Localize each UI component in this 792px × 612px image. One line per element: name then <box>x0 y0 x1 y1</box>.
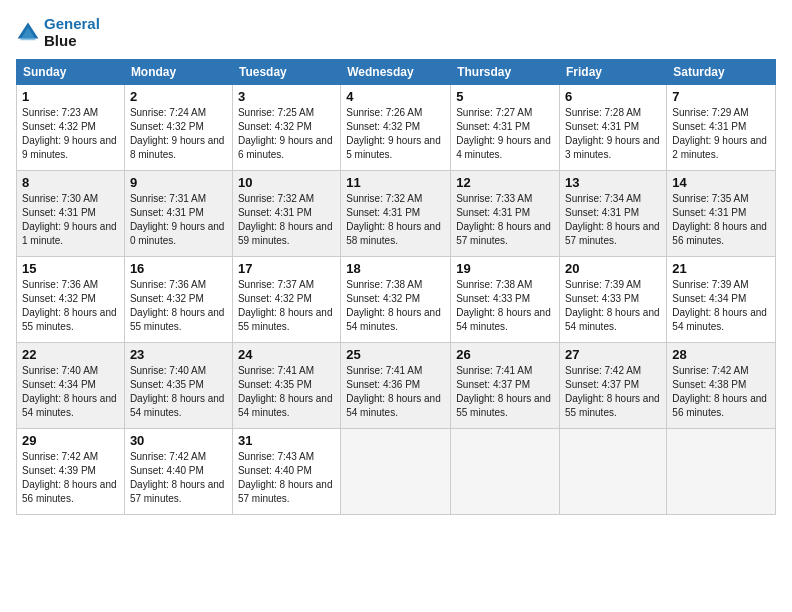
day-number: 9 <box>130 175 227 190</box>
day-info: Sunrise: 7:38 AM Sunset: 4:32 PM Dayligh… <box>346 278 445 334</box>
sunrise-label: Sunrise: 7:31 AM <box>130 193 206 204</box>
calendar-cell: 16 Sunrise: 7:36 AM Sunset: 4:32 PM Dayl… <box>124 257 232 343</box>
weekday-header-friday: Friday <box>560 60 667 85</box>
day-number: 7 <box>672 89 770 104</box>
sunset-label: Sunset: 4:32 PM <box>238 121 312 132</box>
calendar-cell: 3 Sunrise: 7:25 AM Sunset: 4:32 PM Dayli… <box>232 85 340 171</box>
sunrise-label: Sunrise: 7:33 AM <box>456 193 532 204</box>
calendar-cell: 24 Sunrise: 7:41 AM Sunset: 4:35 PM Dayl… <box>232 343 340 429</box>
sunrise-label: Sunrise: 7:25 AM <box>238 107 314 118</box>
daylight-label: Daylight: 9 hours and 9 minutes. <box>22 135 117 160</box>
day-number: 5 <box>456 89 554 104</box>
day-number: 1 <box>22 89 119 104</box>
sunset-label: Sunset: 4:31 PM <box>22 207 96 218</box>
sunset-label: Sunset: 4:40 PM <box>238 465 312 476</box>
day-number: 26 <box>456 347 554 362</box>
day-info: Sunrise: 7:42 AM Sunset: 4:37 PM Dayligh… <box>565 364 661 420</box>
sunset-label: Sunset: 4:37 PM <box>456 379 530 390</box>
day-info: Sunrise: 7:41 AM Sunset: 4:35 PM Dayligh… <box>238 364 335 420</box>
sunrise-label: Sunrise: 7:32 AM <box>346 193 422 204</box>
calendar-cell: 22 Sunrise: 7:40 AM Sunset: 4:34 PM Dayl… <box>17 343 125 429</box>
sunset-label: Sunset: 4:40 PM <box>130 465 204 476</box>
calendar-cell: 31 Sunrise: 7:43 AM Sunset: 4:40 PM Dayl… <box>232 429 340 515</box>
daylight-label: Daylight: 9 hours and 2 minutes. <box>672 135 767 160</box>
calendar-table: SundayMondayTuesdayWednesdayThursdayFrid… <box>16 59 776 515</box>
day-number: 23 <box>130 347 227 362</box>
day-number: 4 <box>346 89 445 104</box>
calendar-cell: 27 Sunrise: 7:42 AM Sunset: 4:37 PM Dayl… <box>560 343 667 429</box>
calendar-week-row: 15 Sunrise: 7:36 AM Sunset: 4:32 PM Dayl… <box>17 257 776 343</box>
daylight-label: Daylight: 8 hours and 56 minutes. <box>22 479 117 504</box>
sunset-label: Sunset: 4:37 PM <box>565 379 639 390</box>
sunrise-label: Sunrise: 7:35 AM <box>672 193 748 204</box>
sunset-label: Sunset: 4:34 PM <box>22 379 96 390</box>
sunrise-label: Sunrise: 7:32 AM <box>238 193 314 204</box>
sunrise-label: Sunrise: 7:39 AM <box>672 279 748 290</box>
calendar-cell <box>341 429 451 515</box>
day-number: 2 <box>130 89 227 104</box>
header: General Blue <box>16 16 776 49</box>
daylight-label: Daylight: 8 hours and 54 minutes. <box>565 307 660 332</box>
sunrise-label: Sunrise: 7:26 AM <box>346 107 422 118</box>
day-info: Sunrise: 7:32 AM Sunset: 4:31 PM Dayligh… <box>238 192 335 248</box>
day-number: 10 <box>238 175 335 190</box>
sunset-label: Sunset: 4:34 PM <box>672 293 746 304</box>
weekday-header-monday: Monday <box>124 60 232 85</box>
calendar-cell: 30 Sunrise: 7:42 AM Sunset: 4:40 PM Dayl… <box>124 429 232 515</box>
day-info: Sunrise: 7:24 AM Sunset: 4:32 PM Dayligh… <box>130 106 227 162</box>
day-number: 16 <box>130 261 227 276</box>
calendar-week-row: 29 Sunrise: 7:42 AM Sunset: 4:39 PM Dayl… <box>17 429 776 515</box>
daylight-label: Daylight: 8 hours and 56 minutes. <box>672 393 767 418</box>
daylight-label: Daylight: 8 hours and 56 minutes. <box>672 221 767 246</box>
sunrise-label: Sunrise: 7:41 AM <box>238 365 314 376</box>
day-info: Sunrise: 7:28 AM Sunset: 4:31 PM Dayligh… <box>565 106 661 162</box>
calendar-cell: 28 Sunrise: 7:42 AM Sunset: 4:38 PM Dayl… <box>667 343 776 429</box>
day-info: Sunrise: 7:30 AM Sunset: 4:31 PM Dayligh… <box>22 192 119 248</box>
sunrise-label: Sunrise: 7:39 AM <box>565 279 641 290</box>
day-info: Sunrise: 7:34 AM Sunset: 4:31 PM Dayligh… <box>565 192 661 248</box>
weekday-header-sunday: Sunday <box>17 60 125 85</box>
day-info: Sunrise: 7:42 AM Sunset: 4:39 PM Dayligh… <box>22 450 119 506</box>
daylight-label: Daylight: 8 hours and 55 minutes. <box>456 393 551 418</box>
day-number: 19 <box>456 261 554 276</box>
sunrise-label: Sunrise: 7:38 AM <box>346 279 422 290</box>
daylight-label: Daylight: 8 hours and 57 minutes. <box>565 221 660 246</box>
day-number: 20 <box>565 261 661 276</box>
day-info: Sunrise: 7:26 AM Sunset: 4:32 PM Dayligh… <box>346 106 445 162</box>
sunset-label: Sunset: 4:36 PM <box>346 379 420 390</box>
sunset-label: Sunset: 4:32 PM <box>346 121 420 132</box>
calendar-cell: 23 Sunrise: 7:40 AM Sunset: 4:35 PM Dayl… <box>124 343 232 429</box>
day-number: 28 <box>672 347 770 362</box>
sunset-label: Sunset: 4:38 PM <box>672 379 746 390</box>
calendar-week-row: 22 Sunrise: 7:40 AM Sunset: 4:34 PM Dayl… <box>17 343 776 429</box>
sunset-label: Sunset: 4:32 PM <box>238 293 312 304</box>
sunrise-label: Sunrise: 7:38 AM <box>456 279 532 290</box>
calendar-cell: 21 Sunrise: 7:39 AM Sunset: 4:34 PM Dayl… <box>667 257 776 343</box>
daylight-label: Daylight: 8 hours and 59 minutes. <box>238 221 333 246</box>
calendar-cell: 5 Sunrise: 7:27 AM Sunset: 4:31 PM Dayli… <box>451 85 560 171</box>
logo: General Blue <box>16 16 100 49</box>
calendar-week-row: 1 Sunrise: 7:23 AM Sunset: 4:32 PM Dayli… <box>17 85 776 171</box>
calendar-cell <box>667 429 776 515</box>
sunrise-label: Sunrise: 7:42 AM <box>565 365 641 376</box>
calendar-cell: 1 Sunrise: 7:23 AM Sunset: 4:32 PM Dayli… <box>17 85 125 171</box>
sunset-label: Sunset: 4:31 PM <box>565 207 639 218</box>
calendar-cell: 19 Sunrise: 7:38 AM Sunset: 4:33 PM Dayl… <box>451 257 560 343</box>
day-number: 13 <box>565 175 661 190</box>
daylight-label: Daylight: 8 hours and 54 minutes. <box>672 307 767 332</box>
sunrise-label: Sunrise: 7:37 AM <box>238 279 314 290</box>
sunrise-label: Sunrise: 7:43 AM <box>238 451 314 462</box>
calendar-cell: 13 Sunrise: 7:34 AM Sunset: 4:31 PM Dayl… <box>560 171 667 257</box>
calendar-cell: 10 Sunrise: 7:32 AM Sunset: 4:31 PM Dayl… <box>232 171 340 257</box>
day-info: Sunrise: 7:27 AM Sunset: 4:31 PM Dayligh… <box>456 106 554 162</box>
sunset-label: Sunset: 4:31 PM <box>672 121 746 132</box>
sunrise-label: Sunrise: 7:30 AM <box>22 193 98 204</box>
daylight-label: Daylight: 9 hours and 1 minute. <box>22 221 117 246</box>
day-info: Sunrise: 7:42 AM Sunset: 4:38 PM Dayligh… <box>672 364 770 420</box>
page-container: General Blue SundayMondayTuesdayWednesda… <box>0 0 792 612</box>
daylight-label: Daylight: 9 hours and 0 minutes. <box>130 221 225 246</box>
day-info: Sunrise: 7:31 AM Sunset: 4:31 PM Dayligh… <box>130 192 227 248</box>
sunrise-label: Sunrise: 7:42 AM <box>672 365 748 376</box>
daylight-label: Daylight: 8 hours and 54 minutes. <box>456 307 551 332</box>
calendar-cell: 20 Sunrise: 7:39 AM Sunset: 4:33 PM Dayl… <box>560 257 667 343</box>
